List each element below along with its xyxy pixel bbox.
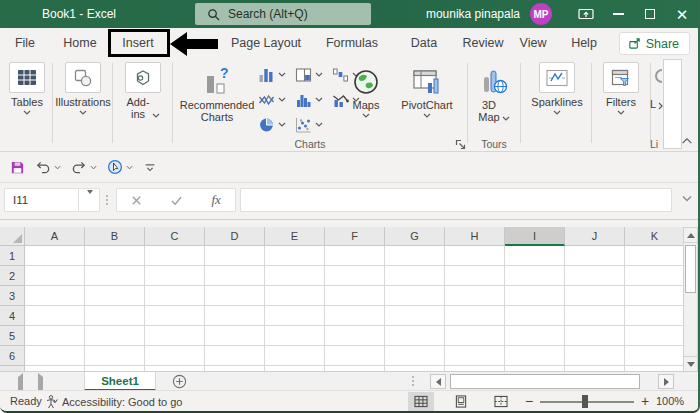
maximize-button[interactable]	[634, 0, 666, 28]
tab-page-layout[interactable]: Page Layout	[231, 28, 301, 59]
plus-circle-icon	[172, 374, 187, 389]
share-button[interactable]: Share	[619, 32, 690, 55]
undo-button[interactable]	[33, 158, 63, 177]
horizontal-scrollbar-thumb[interactable]	[450, 374, 640, 389]
scroll-right-button[interactable]	[658, 374, 674, 389]
column-header-g[interactable]: G	[385, 227, 445, 246]
filters-label: Filters	[606, 96, 636, 108]
normal-view-button[interactable]	[408, 392, 434, 411]
page-layout-view-button[interactable]	[448, 392, 474, 411]
charts-dialog-launcher[interactable]	[455, 139, 466, 150]
group-separator	[467, 63, 468, 143]
link-button-partial[interactable]: L	[650, 62, 664, 110]
vertical-scrollbar-thumb[interactable]	[685, 245, 696, 293]
tab-data[interactable]: Data	[411, 28, 437, 59]
tab-home[interactable]: Home	[63, 28, 96, 59]
scroll-down-button[interactable]	[684, 356, 697, 371]
avatar[interactable]: MP	[530, 3, 552, 25]
scroll-left-button[interactable]	[430, 374, 446, 389]
column-header-i-selected[interactable]: I	[505, 227, 565, 246]
tab-review[interactable]: Review	[463, 28, 504, 59]
formula-input[interactable]	[240, 188, 672, 212]
insert-scatter-chart-button[interactable]	[295, 113, 329, 136]
touch-mouse-mode-button[interactable]	[105, 157, 135, 177]
expand-formula-bar-button[interactable]	[682, 195, 692, 202]
page-break-preview-button[interactable]	[488, 392, 514, 411]
column-header-d[interactable]: D	[205, 227, 265, 246]
row-header-5[interactable]: 5	[0, 326, 25, 346]
row-header-3[interactable]: 3	[0, 286, 25, 306]
scroll-up-button[interactable]	[684, 228, 697, 243]
vertical-scrollbar[interactable]	[683, 227, 698, 372]
name-box-dropdown[interactable]	[78, 188, 93, 212]
select-all-button[interactable]	[0, 227, 25, 246]
insert-pie-chart-button[interactable]	[258, 113, 292, 136]
column-header-a[interactable]: A	[25, 227, 85, 246]
search-box[interactable]: Search (Alt+Q)	[195, 3, 371, 25]
minimize-button[interactable]	[602, 0, 634, 28]
collapse-ribbon-button[interactable]	[680, 135, 694, 147]
row-header-2[interactable]: 2	[0, 266, 25, 286]
tab-insert[interactable]: Insert	[122, 28, 153, 59]
tables-button[interactable]: Tables	[3, 62, 51, 115]
chevron-down-icon	[278, 97, 286, 102]
group-separator	[112, 63, 113, 143]
scatter-chart-icon	[295, 117, 312, 133]
new-sheet-button[interactable]	[172, 374, 187, 389]
illustrations-button[interactable]: Illustrations	[56, 62, 110, 115]
customize-quick-access-toolbar-button[interactable]	[141, 159, 159, 176]
redo-button[interactable]	[69, 158, 99, 177]
tab-help[interactable]: Help	[571, 28, 597, 59]
tab-file[interactable]: File	[15, 28, 35, 59]
group-separator	[520, 63, 521, 143]
insert-function-button[interactable]: fx	[212, 192, 221, 208]
account-name[interactable]: mounika pinapala	[426, 7, 520, 21]
close-button[interactable]: ✕	[666, 0, 698, 28]
triangle-up-icon	[687, 233, 695, 238]
3d-map-button[interactable]: 3D Map	[470, 62, 518, 123]
maps-label: Maps	[353, 99, 380, 111]
normal-view-icon	[414, 395, 428, 408]
filters-button[interactable]: Filters	[596, 62, 646, 115]
horizontal-splitter[interactable]	[412, 376, 414, 386]
sheet-tab-bar: Sheet1	[0, 371, 698, 390]
sparklines-button[interactable]: Sparklines	[524, 62, 590, 115]
save-button[interactable]	[8, 158, 27, 177]
row-header-1[interactable]: 1	[0, 246, 25, 266]
zoom-in-button[interactable]: +	[638, 391, 652, 412]
spreadsheet-cells[interactable]	[25, 246, 683, 372]
zoom-slider-thumb[interactable]	[582, 395, 588, 408]
add-ins-button[interactable]: Add- ins	[116, 62, 170, 120]
ribbon-display-options-button[interactable]	[570, 0, 602, 28]
insert-line-chart-button[interactable]	[258, 88, 292, 111]
column-header-k[interactable]: K	[625, 227, 685, 246]
column-header-b[interactable]: B	[85, 227, 145, 246]
recommended-charts-button[interactable]: ? Recommended Charts	[177, 62, 257, 123]
titlebar-right: mounika pinapala MP ✕	[426, 0, 698, 28]
row-header-4[interactable]: 4	[0, 306, 25, 326]
zoom-out-button[interactable]: −	[522, 391, 536, 412]
accessibility-status[interactable]: Accessibility: Good to go	[46, 391, 182, 412]
formula-bar-splitter[interactable]	[106, 195, 108, 205]
share-icon	[628, 37, 641, 50]
name-box[interactable]: I11	[4, 188, 100, 212]
column-header-f[interactable]: F	[325, 227, 385, 246]
insert-column-chart-button[interactable]	[258, 63, 292, 86]
chevron-down-icon	[315, 72, 323, 77]
enter-check-icon[interactable]	[170, 195, 183, 206]
tab-formulas[interactable]: Formulas	[326, 28, 378, 59]
column-header-h[interactable]: H	[445, 227, 505, 246]
insert-statistic-chart-button[interactable]	[295, 88, 329, 111]
row-header-6[interactable]: 6	[0, 346, 25, 366]
sheet-tab-sheet1[interactable]: Sheet1	[84, 372, 156, 391]
chevron-down-icon	[682, 195, 692, 202]
column-header-c[interactable]: C	[145, 227, 205, 246]
insert-hierarchy-chart-button[interactable]	[295, 63, 329, 86]
pivotchart-button[interactable]: PivotChart	[388, 62, 466, 118]
zoom-level[interactable]: 100%	[656, 391, 684, 412]
column-header-j[interactable]: J	[565, 227, 625, 246]
maps-button[interactable]: Maps	[344, 62, 388, 118]
column-header-e[interactable]: E	[265, 227, 325, 246]
cancel-icon[interactable]	[131, 195, 142, 206]
tab-view[interactable]: View	[520, 28, 547, 59]
